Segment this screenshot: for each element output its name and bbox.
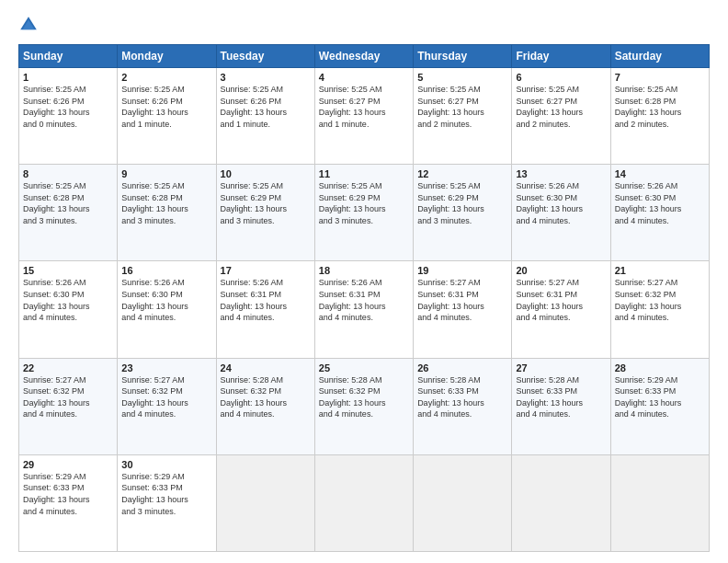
calendar-day[interactable]: 10Sunrise: 5:25 AMSunset: 6:29 PMDayligh… [216,165,314,261]
day-number: 23 [121,362,211,373]
day-number: 26 [417,362,507,373]
calendar-day[interactable]: 28Sunrise: 5:29 AMSunset: 6:33 PMDayligh… [610,358,709,454]
calendar-day[interactable]: 27Sunrise: 5:28 AMSunset: 6:33 PMDayligh… [512,358,610,454]
day-number: 21 [615,265,705,276]
calendar-empty [216,454,314,551]
logo-icon [18,15,39,35]
day-number: 14 [615,168,705,179]
day-info: Sunrise: 5:25 AMSunset: 6:28 PMDaylight:… [23,180,113,226]
day-info: Sunrise: 5:28 AMSunset: 6:32 PMDaylight:… [319,374,409,420]
day-number: 28 [615,362,705,373]
calendar-day[interactable]: 13Sunrise: 5:26 AMSunset: 6:30 PMDayligh… [512,165,610,261]
calendar-day[interactable]: 21Sunrise: 5:27 AMSunset: 6:32 PMDayligh… [610,261,709,358]
day-number: 7 [615,72,705,83]
day-info: Sunrise: 5:27 AMSunset: 6:31 PMDaylight:… [417,277,507,323]
day-number: 30 [121,459,211,470]
calendar-day[interactable]: 6Sunrise: 5:25 AMSunset: 6:27 PMDaylight… [512,68,610,165]
calendar-day[interactable]: 16Sunrise: 5:26 AMSunset: 6:30 PMDayligh… [118,261,216,358]
calendar-day[interactable]: 20Sunrise: 5:27 AMSunset: 6:31 PMDayligh… [512,261,610,358]
day-info: Sunrise: 5:25 AMSunset: 6:26 PMDaylight:… [221,84,311,130]
day-info: Sunrise: 5:25 AMSunset: 6:29 PMDaylight:… [319,180,409,226]
day-number: 16 [121,265,211,276]
day-number: 12 [417,168,507,179]
calendar-day[interactable]: 15Sunrise: 5:26 AMSunset: 6:30 PMDayligh… [19,261,118,358]
calendar-day[interactable]: 8Sunrise: 5:25 AMSunset: 6:28 PMDaylight… [19,165,118,261]
weekday-header: Saturday [610,45,709,68]
day-number: 27 [516,362,606,373]
day-number: 17 [221,265,311,276]
calendar-day[interactable]: 29Sunrise: 5:29 AMSunset: 6:33 PMDayligh… [19,454,118,551]
calendar-day[interactable]: 25Sunrise: 5:28 AMSunset: 6:32 PMDayligh… [314,358,413,454]
day-number: 11 [319,168,409,179]
day-number: 24 [221,362,311,373]
day-info: Sunrise: 5:25 AMSunset: 6:27 PMDaylight:… [516,84,606,130]
day-number: 9 [121,168,211,179]
calendar-day[interactable]: 1Sunrise: 5:25 AMSunset: 6:26 PMDaylight… [19,68,118,165]
weekday-header: Tuesday [216,45,314,68]
day-info: Sunrise: 5:29 AMSunset: 6:33 PMDaylight:… [615,374,705,420]
calendar-day[interactable]: 23Sunrise: 5:27 AMSunset: 6:32 PMDayligh… [118,358,216,454]
day-info: Sunrise: 5:28 AMSunset: 6:33 PMDaylight:… [516,374,606,420]
day-number: 29 [23,459,113,470]
day-info: Sunrise: 5:28 AMSunset: 6:32 PMDaylight:… [221,374,311,420]
day-info: Sunrise: 5:26 AMSunset: 6:31 PMDaylight:… [221,277,311,323]
day-info: Sunrise: 5:25 AMSunset: 6:27 PMDaylight:… [417,84,507,130]
calendar-empty [610,454,709,551]
day-info: Sunrise: 5:27 AMSunset: 6:32 PMDaylight:… [615,277,705,323]
calendar-day[interactable]: 19Sunrise: 5:27 AMSunset: 6:31 PMDayligh… [414,261,512,358]
calendar-day[interactable]: 24Sunrise: 5:28 AMSunset: 6:32 PMDayligh… [216,358,314,454]
day-number: 22 [23,362,113,373]
calendar-day[interactable]: 9Sunrise: 5:25 AMSunset: 6:28 PMDaylight… [118,165,216,261]
day-number: 3 [221,72,311,83]
day-info: Sunrise: 5:25 AMSunset: 6:29 PMDaylight:… [221,180,311,226]
day-info: Sunrise: 5:25 AMSunset: 6:26 PMDaylight:… [121,84,211,130]
day-info: Sunrise: 5:29 AMSunset: 6:33 PMDaylight:… [23,471,113,517]
day-info: Sunrise: 5:26 AMSunset: 6:30 PMDaylight:… [23,277,113,323]
day-number: 5 [417,72,507,83]
calendar-day[interactable]: 5Sunrise: 5:25 AMSunset: 6:27 PMDaylight… [414,68,512,165]
calendar-table: SundayMondayTuesdayWednesdayThursdayFrid… [18,44,710,552]
day-number: 15 [23,265,113,276]
day-info: Sunrise: 5:25 AMSunset: 6:26 PMDaylight:… [23,84,113,130]
calendar-empty [414,454,512,551]
day-info: Sunrise: 5:25 AMSunset: 6:27 PMDaylight:… [319,84,409,130]
calendar-day[interactable]: 3Sunrise: 5:25 AMSunset: 6:26 PMDaylight… [216,68,314,165]
logo [18,15,42,35]
day-number: 6 [516,72,606,83]
header [18,15,710,35]
calendar-day[interactable]: 22Sunrise: 5:27 AMSunset: 6:32 PMDayligh… [19,358,118,454]
calendar-day[interactable]: 4Sunrise: 5:25 AMSunset: 6:27 PMDaylight… [314,68,413,165]
day-number: 4 [319,72,409,83]
calendar-day[interactable]: 12Sunrise: 5:25 AMSunset: 6:29 PMDayligh… [414,165,512,261]
calendar-day[interactable]: 14Sunrise: 5:26 AMSunset: 6:30 PMDayligh… [610,165,709,261]
day-number: 20 [516,265,606,276]
day-number: 8 [23,168,113,179]
day-number: 19 [417,265,507,276]
day-number: 13 [516,168,606,179]
day-info: Sunrise: 5:25 AMSunset: 6:28 PMDaylight:… [121,180,211,226]
calendar-day[interactable]: 18Sunrise: 5:26 AMSunset: 6:31 PMDayligh… [314,261,413,358]
day-number: 25 [319,362,409,373]
calendar-empty [512,454,610,551]
day-info: Sunrise: 5:26 AMSunset: 6:30 PMDaylight:… [615,180,705,226]
day-number: 1 [23,72,113,83]
page: SundayMondayTuesdayWednesdayThursdayFrid… [0,0,728,563]
calendar-day[interactable]: 2Sunrise: 5:25 AMSunset: 6:26 PMDaylight… [118,68,216,165]
day-number: 18 [319,265,409,276]
day-info: Sunrise: 5:27 AMSunset: 6:32 PMDaylight:… [121,374,211,420]
day-info: Sunrise: 5:28 AMSunset: 6:33 PMDaylight:… [417,374,507,420]
calendar-day[interactable]: 30Sunrise: 5:29 AMSunset: 6:33 PMDayligh… [118,454,216,551]
day-info: Sunrise: 5:27 AMSunset: 6:31 PMDaylight:… [516,277,606,323]
calendar-day[interactable]: 7Sunrise: 5:25 AMSunset: 6:28 PMDaylight… [610,68,709,165]
calendar-day[interactable]: 17Sunrise: 5:26 AMSunset: 6:31 PMDayligh… [216,261,314,358]
day-number: 2 [121,72,211,83]
day-info: Sunrise: 5:26 AMSunset: 6:31 PMDaylight:… [319,277,409,323]
weekday-header: Monday [118,45,216,68]
weekday-header: Thursday [414,45,512,68]
weekday-header: Friday [512,45,610,68]
day-info: Sunrise: 5:26 AMSunset: 6:30 PMDaylight:… [121,277,211,323]
day-info: Sunrise: 5:25 AMSunset: 6:28 PMDaylight:… [615,84,705,130]
calendar-empty [314,454,413,551]
calendar-day[interactable]: 11Sunrise: 5:25 AMSunset: 6:29 PMDayligh… [314,165,413,261]
calendar-day[interactable]: 26Sunrise: 5:28 AMSunset: 6:33 PMDayligh… [414,358,512,454]
